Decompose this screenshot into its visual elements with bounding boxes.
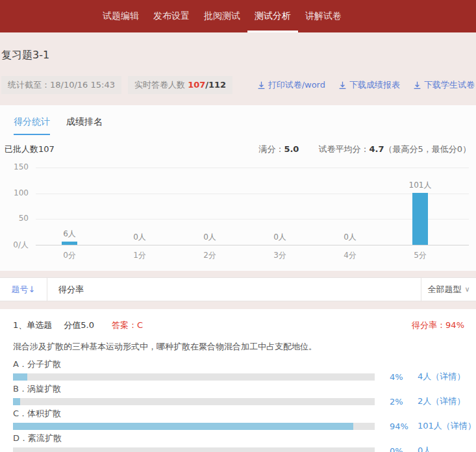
print-paper-word-link[interactable]: 打印试卷/word bbox=[257, 79, 325, 91]
x-axis-tick: 4分 bbox=[315, 250, 385, 261]
chart-column-2分: 0人2分 bbox=[175, 168, 245, 245]
answer-option-A: A．分子扩散4%4人（详情） bbox=[13, 358, 476, 381]
option-percent: 94% bbox=[390, 421, 414, 431]
realtime-answer-badge: 实时答卷人数 107/112 bbox=[128, 76, 232, 94]
type-filter-label: 全部题型 bbox=[427, 284, 461, 295]
nav-tab-review-test[interactable]: 批阅测试 bbox=[197, 0, 247, 32]
summary-row: 已批人数107 满分：5.0 试卷平均分：4.7（最高分5，最低分0） bbox=[0, 144, 476, 155]
sort-down-arrow-icon: ↓ bbox=[29, 284, 36, 294]
tab-score-ranking[interactable]: 成绩排名 bbox=[66, 116, 103, 135]
y-axis-tick: 100 bbox=[0, 188, 29, 197]
option-label: C．体积扩散 bbox=[13, 408, 476, 420]
option-bar-row: 2%2人（详情） bbox=[13, 397, 476, 405]
question-meta: 1、单选题 分值5.0 答案：C 得分率：94% bbox=[13, 320, 476, 331]
question-filter-bar: 题号↓ 得分率 全部题型∨ bbox=[0, 277, 476, 301]
score-statistics-panel: 得分统计 成绩排名 已批人数107 满分：5.0 试卷平均分：4.7（最高分5，… bbox=[0, 105, 476, 271]
option-bar-fill bbox=[13, 423, 353, 430]
option-bar-track bbox=[13, 423, 375, 430]
nav-tab-question-edit[interactable]: 试题编辑 bbox=[95, 0, 146, 32]
link-label: 下载成绩报表 bbox=[349, 79, 400, 91]
chevron-down-icon: ∨ bbox=[464, 285, 470, 294]
option-count-details-link: 0人 bbox=[418, 445, 476, 452]
x-axis-tick: 3分 bbox=[245, 250, 315, 261]
nav-tab-test-analysis[interactable]: 测试分析 bbox=[247, 0, 298, 32]
option-bar-row: 4%4人（详情） bbox=[13, 373, 476, 381]
answer-option-D: D．紊流扩散0%0人 bbox=[13, 433, 476, 452]
option-bar-row: 94%101人（详情） bbox=[13, 422, 476, 430]
option-bar-fill bbox=[13, 398, 20, 405]
full-score: 满分：5.0 bbox=[258, 144, 299, 155]
bar-value-label: 0人 bbox=[245, 232, 315, 243]
x-axis-tick: 1分 bbox=[105, 250, 175, 261]
sort-label: 题号 bbox=[12, 284, 29, 295]
score-rate-header: 得分率 bbox=[47, 278, 421, 301]
answered-count: 107 bbox=[188, 80, 205, 90]
score-summary: 满分：5.0 试卷平均分：4.7（最高分5，最低分0） bbox=[258, 144, 471, 155]
bar-5分 bbox=[412, 193, 428, 245]
download-icon bbox=[338, 81, 347, 90]
option-percent: 4% bbox=[390, 372, 414, 382]
y-axis-tick: 150 bbox=[0, 162, 29, 171]
page-title: 复习题3-1 bbox=[1, 49, 476, 62]
question-title: 1、单选题 bbox=[13, 320, 52, 331]
download-icon bbox=[413, 81, 421, 90]
question-score-rate: 得分率：94% bbox=[412, 320, 464, 331]
x-axis-tick: 5分 bbox=[385, 250, 455, 261]
chart-column-3分: 0人3分 bbox=[245, 168, 315, 245]
option-bar-track bbox=[13, 398, 375, 405]
x-axis-tick: 2分 bbox=[175, 250, 245, 261]
total-count: /112 bbox=[205, 80, 226, 90]
chart-column-0分: 6人0分 bbox=[34, 168, 105, 245]
answer-option-C: C．体积扩散94%101人（详情） bbox=[13, 408, 476, 430]
option-count-details-link[interactable]: 101人（详情） bbox=[418, 420, 476, 432]
question-score: 分值5.0 bbox=[64, 320, 94, 331]
stats-row: 统计截至：18/10/16 15:43 实时答卷人数 107/112 打印试卷/… bbox=[1, 76, 476, 94]
download-icon bbox=[257, 81, 266, 90]
option-bar-fill bbox=[13, 373, 27, 381]
nav-tab-publish-settings[interactable]: 发布设置 bbox=[146, 0, 197, 32]
bar-value-label: 0人 bbox=[105, 232, 175, 243]
download-score-report-link[interactable]: 下载成绩报表 bbox=[338, 79, 400, 91]
bar-value-label: 101人 bbox=[385, 180, 455, 191]
link-label: 下载学生试卷 bbox=[424, 79, 475, 91]
x-axis-tick: 0分 bbox=[34, 250, 105, 261]
option-label: A．分子扩散 bbox=[13, 358, 476, 370]
graded-count-label: 已批人数107 bbox=[5, 144, 55, 155]
question-answer: 答案：C bbox=[112, 320, 143, 331]
download-student-paper-link[interactable]: 下载学生试卷 bbox=[413, 79, 475, 91]
x-axis-line bbox=[36, 245, 469, 245]
bar-value-label: 0人 bbox=[315, 232, 385, 243]
option-count-details-link[interactable]: 2人（详情） bbox=[418, 396, 476, 407]
link-label: 打印试卷/word bbox=[268, 79, 325, 91]
bar-0分 bbox=[62, 242, 77, 245]
option-label: B．涡旋扩散 bbox=[13, 383, 476, 395]
question-body: 混合涉及扩散的三种基本运动形式中，哪种扩散在聚合物混合加工中占支配地位。 bbox=[13, 341, 476, 353]
question-panel: 1、单选题 分值5.0 答案：C 得分率：94% 混合涉及扩散的三种基本运动形式… bbox=[0, 309, 476, 452]
chart-column-4分: 0人4分 bbox=[315, 168, 385, 245]
page-header: 复习题3-1 统计截至：18/10/16 15:43 实时答卷人数 107/11… bbox=[0, 32, 476, 94]
option-label: D．紊流扩散 bbox=[13, 433, 476, 444]
y-axis-tick: 0/人 bbox=[0, 240, 29, 251]
option-percent: 2% bbox=[390, 397, 414, 407]
stats-cutoff-badge: 统计截至：18/10/16 15:43 bbox=[1, 76, 121, 94]
sort-by-question-number[interactable]: 题号↓ bbox=[0, 278, 47, 301]
download-links: 打印试卷/word 下载成绩报表 下载学生试卷 bbox=[257, 79, 475, 91]
option-bar-track bbox=[13, 447, 375, 452]
nav-tab-explain-paper[interactable]: 讲解试卷 bbox=[298, 0, 349, 32]
sub-tabs: 得分统计 成绩排名 bbox=[0, 116, 476, 135]
chart-column-5分: 101人5分 bbox=[385, 168, 455, 245]
option-bar-row: 0%0人 bbox=[13, 447, 476, 452]
top-nav: 试题编辑 发布设置 批阅测试 测试分析 讲解试卷 bbox=[0, 0, 476, 32]
option-count-details-link[interactable]: 4人（详情） bbox=[418, 371, 476, 383]
option-list: A．分子扩散4%4人（详情）B．涡旋扩散2%2人（详情）C．体积扩散94%101… bbox=[13, 358, 476, 452]
answer-option-B: B．涡旋扩散2%2人（详情） bbox=[13, 383, 476, 405]
bar-value-label: 0人 bbox=[175, 232, 245, 243]
tab-score-statistics[interactable]: 得分统计 bbox=[14, 116, 50, 135]
question-type-dropdown[interactable]: 全部题型∨ bbox=[421, 278, 476, 301]
option-bar-track bbox=[13, 373, 375, 381]
realtime-label: 实时答卷人数 bbox=[134, 80, 188, 90]
chart-column-1分: 0人1分 bbox=[105, 168, 175, 245]
option-percent: 0% bbox=[390, 446, 414, 452]
bar-value-label: 6人 bbox=[34, 229, 105, 240]
chart-plot-area: 6人0分0人1分0人2分0人3分0人4分101人5分 bbox=[34, 168, 455, 245]
